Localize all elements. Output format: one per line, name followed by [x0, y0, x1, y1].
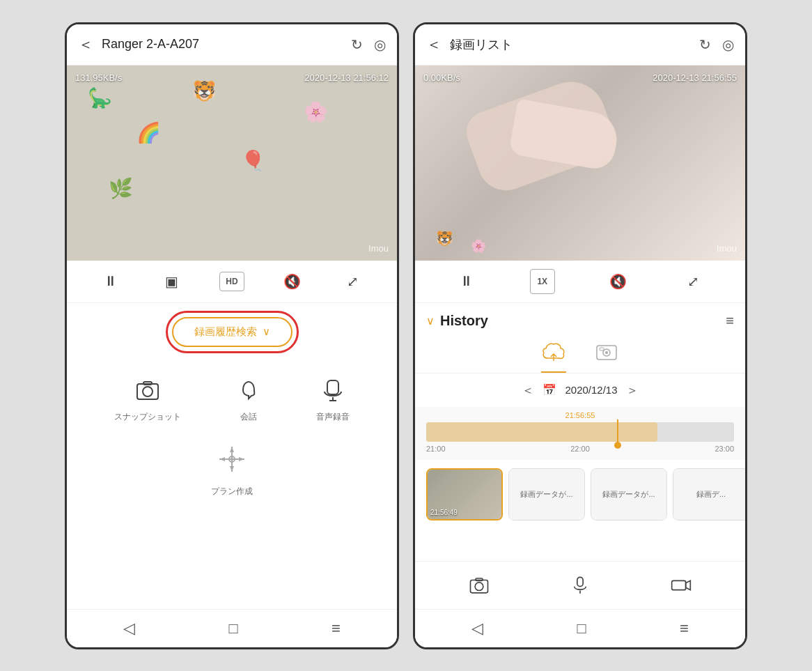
left-controls-bar: ⏸ ▣ HD 🔇 ⤢ [67, 261, 397, 303]
right-speed-button[interactable]: 1X [530, 269, 555, 294]
audio-record-label: 音声録音 [316, 411, 350, 423]
ptz-icon[interactable] [217, 444, 247, 480]
history-section: ∨ History ≡ [415, 303, 745, 561]
right-speed-label: 1X [537, 277, 547, 286]
left-refresh-icon[interactable]: ↻ [351, 36, 363, 53]
thumb-label-3: 録画デ... [673, 469, 745, 520]
date-next-button[interactable]: ＞ [626, 382, 639, 399]
timeline-filled-area [426, 422, 657, 442]
thumbnail-1[interactable]: 録画データが... [508, 468, 585, 520]
right-fullscreen-button[interactable]: ⤢ [681, 269, 706, 294]
right-nav-home[interactable]: □ [577, 619, 586, 638]
svg-rect-23 [671, 580, 685, 589]
left-phone: ＜ Ranger 2-A-A207 ↻ ◎ 🦕 🐯 🌈 🎈 🌿 🌸 131.95… [65, 22, 399, 649]
local-storage-tab[interactable] [594, 341, 619, 373]
right-nav-menu[interactable]: ≡ [680, 619, 689, 638]
left-video-feed: 🦕 🐯 🌈 🎈 🌿 🌸 [67, 65, 397, 261]
right-camera-icon[interactable]: ◎ [722, 36, 734, 53]
svg-point-1 [143, 387, 153, 396]
timeline-cursor-time: 21:56:55 [426, 411, 734, 419]
left-video-area: 🦕 🐯 🌈 🎈 🌿 🌸 131.95KB/s 2020-12-13 21:56:… [67, 65, 397, 261]
right-pause-icon: ⏸ [460, 273, 474, 289]
left-speed-display: 131.95KB/s [75, 72, 122, 83]
right-back-button[interactable]: ＜ [426, 34, 442, 55]
right-record-action[interactable] [666, 570, 696, 601]
left-search-section: 録画履歴検索 ∨ [67, 303, 397, 361]
record-icon: ▣ [165, 273, 178, 290]
audio-record-icon [318, 375, 348, 406]
thumb-time-0: 21:56:49 [430, 509, 458, 516]
timeline-cursor[interactable] [617, 419, 618, 445]
right-decor1: 🐯 [436, 230, 453, 247]
thumbnail-2[interactable]: 録画データが... [591, 468, 667, 520]
timeline-container[interactable]: 21:56:55 21:00 22:00 23:00 [415, 407, 745, 460]
local-storage-icon [594, 341, 619, 367]
left-nav-home[interactable]: □ [228, 619, 237, 638]
date-prev-button[interactable]: ＜ [522, 382, 534, 399]
right-pause-button[interactable]: ⏸ [454, 269, 479, 294]
right-video-feed: 🐯 🌸 [415, 65, 745, 261]
date-display: 2020/12/13 [565, 384, 617, 396]
left-page-title: Ranger 2-A-A207 [102, 37, 340, 52]
left-hd-button[interactable]: HD [219, 272, 244, 291]
right-decor2: 🌸 [471, 238, 486, 254]
talk-action[interactable]: 会話 [233, 375, 264, 423]
cloud-storage-icon [541, 341, 566, 367]
history-chevron-icon[interactable]: ∨ [426, 314, 435, 327]
left-mute-button[interactable]: 🔇 [280, 269, 305, 294]
right-speed-display: 0.00KB/s [423, 72, 460, 83]
right-talk-action[interactable] [565, 570, 595, 601]
decor1: 🦕 [88, 86, 112, 109]
left-nav-menu[interactable]: ≡ [331, 619, 341, 638]
svg-rect-3 [327, 380, 338, 394]
timeline-label-0: 21:00 [426, 445, 446, 453]
right-talk-icon [565, 570, 595, 601]
cloud-storage-tab[interactable] [541, 341, 566, 373]
left-header: ＜ Ranger 2-A-A207 ↻ ◎ [67, 24, 397, 65]
date-navigation: ＜ 📅 2020/12/13 ＞ [415, 373, 745, 407]
decor5: 🌿 [109, 177, 133, 200]
timeline-label-2: 23:00 [715, 445, 734, 453]
left-record-button[interactable]: ▣ [159, 269, 184, 294]
decor3: 🌈 [136, 121, 161, 144]
thumb-label-1: 録画データが... [509, 469, 584, 520]
right-page-title: 録画リスト [450, 36, 688, 53]
thumb-label-2: 録画データが... [591, 469, 666, 520]
timeline-label-1: 22:00 [570, 445, 590, 453]
timeline-track[interactable] [426, 422, 734, 442]
snapshot-action[interactable]: スナップショット [114, 375, 181, 423]
svg-marker-24 [685, 580, 690, 589]
svg-marker-8 [230, 447, 234, 452]
right-snapshot-icon [464, 570, 494, 601]
left-fullscreen-button[interactable]: ⤢ [341, 269, 366, 294]
right-snapshot-action[interactable] [464, 570, 494, 601]
left-pause-button[interactable]: ⏸ [98, 269, 123, 294]
timeline-labels: 21:00 22:00 23:00 [426, 442, 734, 456]
right-mute-button[interactable]: 🔇 [605, 269, 630, 294]
search-button-label: 録画履歴検索 [194, 325, 257, 339]
talk-icon [233, 375, 264, 406]
decor6: 🌸 [304, 100, 328, 123]
thumbnail-3[interactable]: 録画デ... [673, 468, 745, 520]
right-mute-icon: 🔇 [609, 273, 627, 290]
left-camera-icon[interactable]: ◎ [374, 36, 386, 53]
history-title: History [440, 313, 726, 329]
thumbnail-0[interactable]: 21:56:49 [426, 468, 503, 520]
left-watermark: Imou [368, 243, 389, 254]
right-bottom-nav: ◁ □ ≡ [415, 609, 745, 647]
right-refresh-icon[interactable]: ↻ [699, 36, 711, 53]
decor4: 🎈 [241, 149, 265, 172]
right-record-icon [666, 570, 696, 601]
history-menu-icon[interactable]: ≡ [726, 313, 734, 329]
audio-record-action[interactable]: 音声録音 [316, 375, 350, 423]
left-action-grid: スナップショット 会話 [67, 361, 397, 430]
recording-history-search-button[interactable]: 録画履歴検索 ∨ [172, 317, 292, 347]
snapshot-label: スナップショット [114, 411, 181, 423]
history-header: ∨ History ≡ [415, 303, 745, 336]
fullscreen-icon: ⤢ [347, 273, 359, 290]
left-back-button[interactable]: ＜ [78, 34, 93, 55]
svg-rect-17 [600, 348, 604, 350]
hd-label: HD [226, 277, 237, 286]
right-nav-back[interactable]: ◁ [471, 619, 483, 638]
left-nav-back[interactable]: ◁ [123, 619, 135, 638]
